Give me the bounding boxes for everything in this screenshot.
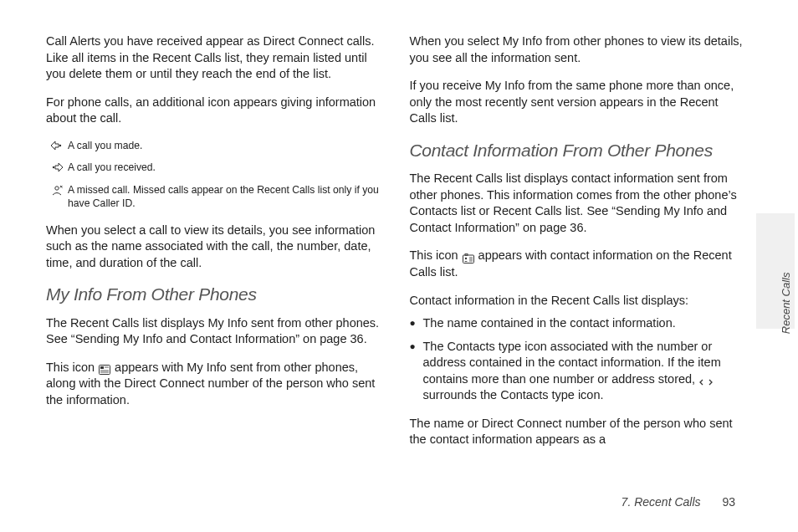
missed-call-icon [46, 183, 68, 196]
icon-row: A call you made. [46, 139, 385, 152]
para: The Recent Calls list displays contact i… [410, 171, 749, 236]
outgoing-call-icon [46, 139, 68, 151]
svg-point-10 [464, 257, 466, 258]
text-fragment: surrounds the Contacts type icon. [423, 388, 604, 402]
icon-desc: A call you received. [68, 161, 385, 174]
section-heading-contact-info: Contact Information From Other Phones [410, 139, 749, 162]
icon-description-list: A call you made. A call you received. A … [46, 139, 385, 211]
para: Contact information in the Recent Calls … [410, 293, 749, 309]
my-info-icon [99, 363, 110, 373]
footer-page-number: 93 [722, 495, 735, 509]
para: The name or Direct Connect number of the… [410, 416, 749, 448]
para: If you receive My Info from the same pho… [410, 78, 749, 127]
bullet-item: ● The name contained in the contact info… [410, 315, 749, 332]
para-with-icon: This icon appears with My Info sent from… [46, 360, 385, 409]
bullet-text: The name contained in the contact inform… [423, 315, 749, 332]
page-columns: Call Alerts you have received appear as … [46, 33, 748, 460]
icon-row: A missed call. Missed calls appear on th… [46, 183, 385, 211]
left-column: Call Alerts you have received appear as … [46, 33, 385, 460]
icon-desc: A missed call. Missed calls appear on th… [68, 183, 385, 211]
svg-point-2 [55, 187, 59, 190]
page-footer: 7. Recent Calls 93 [622, 495, 735, 509]
bullet-list: ● The name contained in the contact info… [410, 315, 749, 404]
surround-arrows-icon [699, 375, 713, 385]
bullet-text: The Contacts type icon associated with t… [423, 339, 749, 404]
text-fragment: This icon [410, 248, 462, 262]
side-tab-label: Recent Calls [780, 273, 793, 335]
right-column: When you select My Info from other phone… [410, 33, 749, 460]
icon-desc: A call you made. [68, 139, 385, 152]
footer-section: 7. Recent Calls [622, 495, 701, 509]
svg-rect-4 [100, 366, 104, 369]
incoming-call-icon [46, 161, 68, 173]
icon-row: A call you received. [46, 161, 385, 174]
bullet-marker: ● [410, 315, 423, 330]
bullet-marker: ● [410, 339, 423, 354]
para: When you select My Info from other phone… [410, 33, 749, 66]
text-fragment: The Contacts type icon associated with t… [423, 340, 721, 386]
svg-point-1 [53, 166, 54, 168]
para-with-icon: This icon appears with contact informati… [410, 248, 749, 280]
bullet-item: ● The Contacts type icon associated with… [410, 339, 749, 404]
para: The Recent Calls list displays My Info s… [46, 315, 385, 348]
svg-point-0 [59, 145, 61, 146]
para: When you select a call to view its detai… [46, 223, 385, 272]
para: For phone calls, an additional icon appe… [46, 95, 385, 127]
contact-info-icon [463, 252, 474, 262]
para: Call Alerts you have received appear as … [46, 33, 385, 83]
text-fragment: This icon [46, 361, 98, 374]
section-heading-my-info: My Info From Other Phones [46, 283, 385, 306]
